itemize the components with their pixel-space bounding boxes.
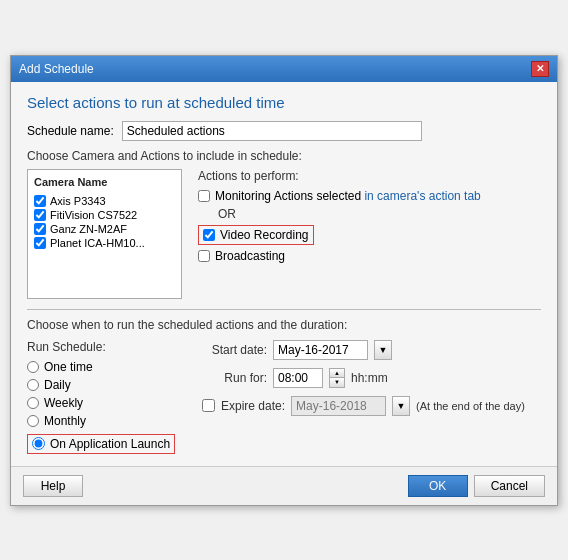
radio-monthly-input[interactable] — [27, 415, 39, 427]
broadcasting-checkbox[interactable] — [198, 250, 210, 262]
video-recording-highlighted: Video Recording — [198, 225, 314, 245]
dialog-title: Add Schedule — [19, 62, 94, 76]
video-recording-checkbox[interactable] — [203, 229, 215, 241]
radio-daily: Daily — [27, 378, 182, 392]
radio-monthly: Monthly — [27, 414, 182, 428]
start-date-label: Start date: — [202, 343, 267, 357]
camera-name-4: Planet ICA-HM10... — [50, 237, 145, 249]
add-schedule-dialog: Add Schedule ✕ Select actions to run at … — [10, 55, 558, 506]
camera-checkbox-2[interactable] — [34, 209, 46, 221]
radio-one-time-label: One time — [44, 360, 93, 374]
expire-date-value: May-16-2018 — [296, 399, 367, 413]
radio-daily-label: Daily — [44, 378, 71, 392]
start-date-row: Start date: May-16-2017 ▼ — [202, 340, 541, 360]
schedule-name-input[interactable] — [122, 121, 422, 141]
video-recording-item: Video Recording — [198, 225, 541, 245]
expire-date-checkbox[interactable] — [202, 399, 215, 412]
radio-monthly-label: Monthly — [44, 414, 86, 428]
radio-app-launch-input[interactable] — [32, 437, 45, 450]
run-for-row: Run for: ▲ ▼ hh:mm — [202, 368, 541, 388]
schedule-section-label: Choose when to run the scheduled actions… — [27, 318, 541, 332]
footer-right: OK Cancel — [408, 475, 545, 497]
monitoring-text: Monitoring Actions selected in camera's … — [215, 189, 481, 203]
run-schedule-panel: Run Schedule: One time Daily Weekly — [27, 340, 182, 454]
camera-name-2: FitiVision CS7522 — [50, 209, 137, 221]
video-recording-label: Video Recording — [220, 228, 309, 242]
help-button[interactable]: Help — [23, 475, 83, 497]
camera-checkbox-1[interactable] — [34, 195, 46, 207]
radio-app-launch-label: On Application Launch — [50, 437, 170, 451]
run-for-spinner[interactable]: ▲ ▼ — [329, 368, 345, 388]
run-schedule-title: Run Schedule: — [27, 340, 182, 354]
run-for-unit: hh:mm — [351, 371, 388, 385]
camera-list-box: Camera Name Axis P3343 FitiVision CS7522… — [27, 169, 182, 299]
actions-label: Actions to perform: — [198, 169, 541, 183]
radio-weekly-label: Weekly — [44, 396, 83, 410]
camera-item-4: Planet ICA-HM10... — [32, 236, 177, 250]
close-button[interactable]: ✕ — [531, 61, 549, 77]
schedule-name-row: Schedule name: — [27, 121, 541, 141]
on-app-launch-row: On Application Launch — [27, 434, 175, 454]
schedule-name-label: Schedule name: — [27, 124, 114, 138]
run-for-input[interactable] — [273, 368, 323, 388]
spin-down-button[interactable]: ▼ — [330, 378, 344, 387]
radio-daily-input[interactable] — [27, 379, 39, 391]
dialog-body: Select actions to run at scheduled time … — [11, 82, 557, 466]
spin-up-button[interactable]: ▲ — [330, 369, 344, 379]
camera-item-2: FitiVision CS7522 — [32, 208, 177, 222]
or-label: OR — [218, 207, 541, 221]
radio-app-launch-highlighted: On Application Launch — [27, 432, 182, 454]
broadcasting-item: Broadcasting — [198, 249, 541, 263]
camera-panel: Camera Name Axis P3343 FitiVision CS7522… — [27, 169, 182, 299]
monitoring-checkbox[interactable] — [198, 190, 210, 202]
date-panel: Start date: May-16-2017 ▼ Run for: ▲ ▼ — [202, 340, 541, 454]
cancel-button[interactable]: Cancel — [474, 475, 545, 497]
camera-name-1: Axis P3343 — [50, 195, 106, 207]
dialog-footer: Help OK Cancel — [11, 466, 557, 505]
radio-weekly-input[interactable] — [27, 397, 39, 409]
run-for-label: Run for: — [202, 371, 267, 385]
expire-date-picker-button[interactable]: ▼ — [392, 396, 410, 416]
expire-date-input[interactable]: May-16-2018 — [291, 396, 386, 416]
monitoring-action-item: Monitoring Actions selected in camera's … — [198, 189, 541, 203]
camera-name-3: Ganz ZN-M2AF — [50, 223, 127, 235]
camera-item-3: Ganz ZN-M2AF — [32, 222, 177, 236]
camera-list-header: Camera Name — [32, 174, 177, 190]
actions-panel: Actions to perform: Monitoring Actions s… — [198, 169, 541, 299]
schedule-content: Run Schedule: One time Daily Weekly — [27, 340, 541, 454]
camera-section-label: Choose Camera and Actions to include in … — [27, 149, 541, 163]
start-date-picker-button[interactable]: ▼ — [374, 340, 392, 360]
expire-date-row: Expire date: May-16-2018 ▼ (At the end o… — [202, 396, 541, 416]
expire-note: (At the end of the day) — [416, 400, 525, 412]
title-bar: Add Schedule ✕ — [11, 56, 557, 82]
main-content: Camera Name Axis P3343 FitiVision CS7522… — [27, 169, 541, 299]
broadcasting-label: Broadcasting — [215, 249, 285, 263]
page-title: Select actions to run at scheduled time — [27, 94, 541, 111]
ok-button[interactable]: OK — [408, 475, 468, 497]
camera-item-1: Axis P3343 — [32, 194, 177, 208]
start-date-value: May-16-2017 — [278, 343, 349, 357]
camera-checkbox-4[interactable] — [34, 237, 46, 249]
camera-checkbox-3[interactable] — [34, 223, 46, 235]
expire-date-label: Expire date: — [221, 399, 285, 413]
radio-one-time: One time — [27, 360, 182, 374]
start-date-input[interactable]: May-16-2017 — [273, 340, 368, 360]
radio-weekly: Weekly — [27, 396, 182, 410]
radio-one-time-input[interactable] — [27, 361, 39, 373]
schedule-section: Choose when to run the scheduled actions… — [27, 309, 541, 454]
